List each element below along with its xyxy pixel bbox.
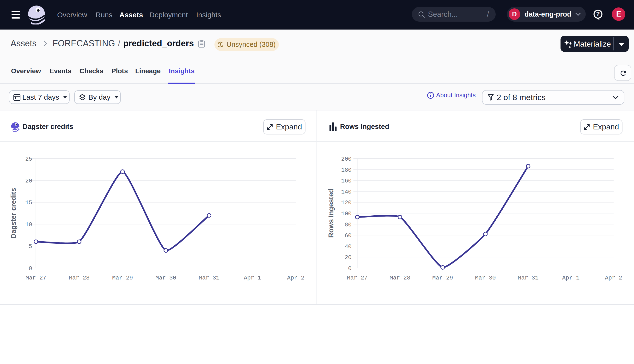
svg-text:140: 140 [341, 189, 352, 195]
svg-text:20: 20 [25, 178, 32, 184]
svg-text:Apr 1: Apr 1 [562, 275, 580, 281]
svg-text:60: 60 [344, 232, 352, 239]
svg-text:40: 40 [344, 244, 352, 250]
svg-text:25: 25 [25, 156, 32, 162]
svg-text:Mar 30: Mar 30 [475, 275, 496, 281]
svg-text:Dagster credits: Dagster credits [10, 188, 17, 238]
svg-text:160: 160 [341, 178, 352, 184]
svg-text:5: 5 [29, 243, 32, 250]
svg-text:Apr 2: Apr 2 [605, 275, 622, 281]
svg-text:10: 10 [25, 222, 32, 228]
svg-text:Mar 28: Mar 28 [69, 275, 90, 281]
svg-text:20: 20 [344, 254, 352, 261]
svg-text:Mar 29: Mar 29 [112, 275, 133, 281]
svg-text:200: 200 [341, 156, 352, 162]
svg-text:Apr 2: Apr 2 [287, 275, 304, 281]
svg-text:Mar 31: Mar 31 [199, 275, 220, 281]
svg-text:180: 180 [341, 167, 352, 173]
svg-text:15: 15 [25, 200, 32, 206]
svg-text:Apr 1: Apr 1 [244, 275, 261, 281]
svg-text:Mar 28: Mar 28 [390, 275, 410, 281]
svg-text:Mar 29: Mar 29 [432, 275, 453, 281]
svg-text:Mar 27: Mar 27 [26, 275, 46, 281]
svg-text:80: 80 [344, 222, 352, 228]
svg-text:Mar 27: Mar 27 [347, 275, 368, 281]
svg-text:0: 0 [29, 265, 32, 272]
svg-text:Mar 30: Mar 30 [156, 275, 176, 281]
svg-text:0: 0 [348, 265, 352, 272]
svg-text:100: 100 [341, 210, 352, 217]
svg-text:Rows Ingested: Rows Ingested [327, 189, 335, 238]
svg-text:120: 120 [341, 200, 352, 206]
svg-text:Mar 31: Mar 31 [518, 275, 538, 281]
